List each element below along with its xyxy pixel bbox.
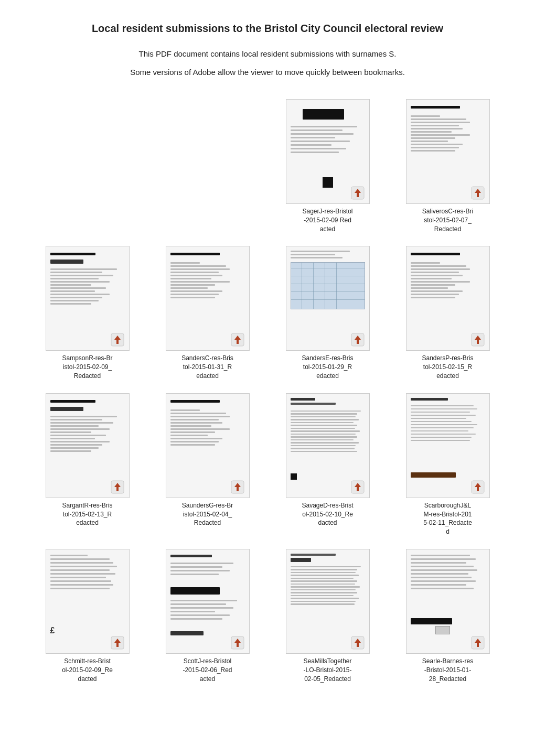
pdf-icon xyxy=(230,332,245,347)
document-grid: SagerJ-res-Bristol-2015-02-09 Redacted S… xyxy=(31,99,504,683)
pdf-icon xyxy=(470,332,485,347)
doc-label-scott: ScottJ-res-Bristol-2015-02-06_Redacted xyxy=(183,657,232,683)
doc-label-saliveros: SaliverosC-res-Bristol-2015-02-07_Redact… xyxy=(422,207,473,233)
doc-thumbnail-sager[interactable] xyxy=(286,99,370,204)
doc-label-sandersc: SandersC-res-Bristol-2015-01-31_Redacted xyxy=(181,354,233,380)
doc-label-sampson: SampsonR-res-Bristol-2015-02-09_Redacted xyxy=(62,354,112,380)
doc-label-sanderse: SandersE-res-Bristol-2015-01-29_Redacted xyxy=(302,354,353,380)
grid-item[interactable]: SeaMillsTogether-LO-Bristol-2015-02-05_R… xyxy=(272,549,383,683)
pdf-icon xyxy=(230,480,245,494)
pdf-icon xyxy=(110,635,125,650)
doc-thumbnail-sanderse[interactable] xyxy=(286,246,370,351)
pdf-icon xyxy=(350,186,365,200)
doc-thumbnail-sampson[interactable] xyxy=(46,246,130,351)
page-title: Local resident submissions to the Bristo… xyxy=(31,21,504,36)
grid-item[interactable]: ScarboroughJ&LM-res-Bristol-2015-02-11_R… xyxy=(392,393,504,536)
doc-thumbnail-searle[interactable] xyxy=(406,549,490,654)
doc-label-savage: SavageD-res-Bristol-2015-02-10_Redacted xyxy=(302,501,353,527)
pdf-icon xyxy=(470,480,485,494)
doc-thumbnail-saliveros[interactable] xyxy=(406,99,490,204)
pdf-icon xyxy=(470,635,485,650)
pdf-icon xyxy=(230,635,245,650)
doc-thumbnail-scarborough[interactable] xyxy=(406,393,490,498)
grid-item[interactable]: SandersC-res-Bristol-2015-01-31_Redacted xyxy=(152,246,263,380)
doc-label-sager: SagerJ-res-Bristol-2015-02-09 Redacted xyxy=(302,207,352,233)
grid-item[interactable]: SampsonR-res-Bristol-2015-02-09_Redacted xyxy=(31,246,143,380)
doc-label-sargant: SargantR-res-Bristol-2015-02-13_Redacted xyxy=(62,501,112,527)
grid-item[interactable]: Searle-Barnes-res-Bristol-2015-01-28_Red… xyxy=(392,549,504,683)
doc-thumbnail-saunders[interactable] xyxy=(166,393,250,498)
grid-item[interactable]: SaliverosC-res-Bristol-2015-02-07_Redact… xyxy=(392,99,504,233)
doc-thumbnail-sandersc[interactable] xyxy=(166,246,250,351)
grid-item[interactable]: £ Schmitt-res-Bristol-2015-02-09_Redacte… xyxy=(31,549,143,683)
grid-item[interactable]: ScottJ-res-Bristol-2015-02-06_Redacted xyxy=(152,549,263,683)
pdf-icon xyxy=(350,480,365,494)
pdf-icon xyxy=(350,635,365,650)
pdf-icon xyxy=(470,186,485,200)
doc-label-schmitt: Schmitt-res-Bristol-2015-02-09_Redacted xyxy=(62,657,113,683)
pdf-icon xyxy=(110,480,125,494)
intro-text: This PDF document contains local residen… xyxy=(31,48,504,60)
bookmark-text: Some versions of Adobe allow the viewer … xyxy=(31,67,504,79)
doc-label-saunders: SaundersG-res-Bristol-2015-02-04_Redacte… xyxy=(182,501,233,527)
grid-item[interactable]: SandersP-res-Bristol-2015-02-15_Redacted xyxy=(392,246,504,380)
doc-label-sandersp: SandersP-res-Bristol-2015-02-15_Redacted xyxy=(422,354,473,380)
doc-thumbnail-scott[interactable] xyxy=(166,549,250,654)
doc-thumbnail-schmitt[interactable]: £ xyxy=(46,549,130,654)
doc-thumbnail-seamills[interactable] xyxy=(286,549,370,654)
doc-label-seamills: SeaMillsTogether-LO-Bristol-2015-02-05_R… xyxy=(303,657,351,683)
grid-item[interactable]: SargantR-res-Bristol-2015-02-13_Redacted xyxy=(31,393,143,536)
pdf-icon xyxy=(110,332,125,347)
grid-item[interactable]: SaundersG-res-Bristol-2015-02-04_Redacte… xyxy=(152,393,263,536)
grid-item[interactable]: SavageD-res-Bristol-2015-02-10_Redacted xyxy=(272,393,383,536)
doc-thumbnail-sandersp[interactable] xyxy=(406,246,490,351)
doc-thumbnail-savage[interactable] xyxy=(286,393,370,498)
doc-label-scarborough: ScarboroughJ&LM-res-Bristol-2015-02-11_R… xyxy=(423,501,472,536)
doc-label-searle: Searle-Barnes-res-Bristol-2015-01-28_Red… xyxy=(422,657,473,683)
doc-thumbnail-sargant[interactable] xyxy=(46,393,130,498)
grid-item[interactable]: SagerJ-res-Bristol-2015-02-09 Redacted xyxy=(272,99,383,233)
grid-item[interactable]: SandersE-res-Bristol-2015-01-29_Redacted xyxy=(272,246,383,380)
pdf-icon xyxy=(350,332,365,347)
